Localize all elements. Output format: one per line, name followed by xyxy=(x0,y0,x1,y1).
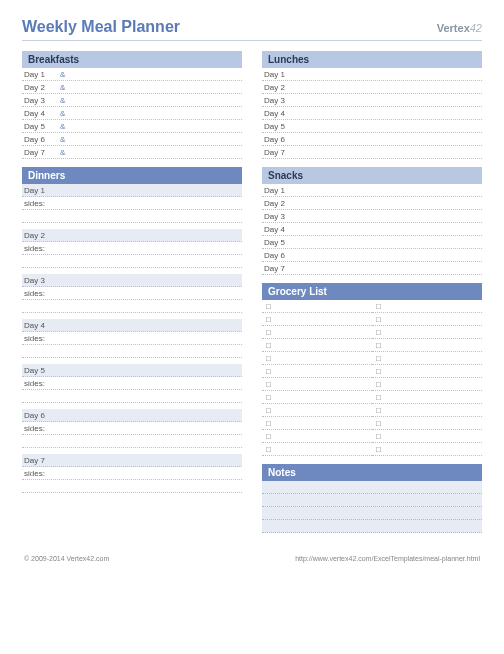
snack-row: Day 3 xyxy=(262,210,482,223)
snack-row: Day 5 xyxy=(262,236,482,249)
lunch-row: Day 1 xyxy=(262,68,482,81)
dinner-blank-row xyxy=(22,480,242,493)
dinner-group: Day 3 sides: xyxy=(22,274,242,313)
lunch-row: Day 3 xyxy=(262,94,482,107)
content-columns: Breakfasts Day 1& Day 2& Day 3& Day 4& D… xyxy=(22,51,482,541)
breakfast-row: Day 6& xyxy=(22,133,242,146)
dinner-day-row: Day 1 xyxy=(22,184,242,197)
dinner-day-row: Day 2 xyxy=(22,229,242,242)
grocery-row: □□ xyxy=(262,365,482,378)
checkbox-icon: □ xyxy=(262,352,372,365)
dinner-blank-row xyxy=(22,390,242,403)
dinner-blank-row xyxy=(22,345,242,358)
checkbox-icon: □ xyxy=(372,430,482,443)
lunch-row: Day 7 xyxy=(262,146,482,159)
amp-icon: & xyxy=(60,96,65,105)
grocery-row: □□ xyxy=(262,352,482,365)
checkbox-icon: □ xyxy=(372,326,482,339)
source-url: http://www.vertex42.com/ExcelTemplates/m… xyxy=(295,555,480,562)
checkbox-icon: □ xyxy=(372,391,482,404)
checkbox-icon: □ xyxy=(262,430,372,443)
breakfasts-section: Breakfasts Day 1& Day 2& Day 3& Day 4& D… xyxy=(22,51,242,159)
checkbox-icon: □ xyxy=(262,313,372,326)
amp-icon: & xyxy=(60,83,65,92)
grocery-row: □□ xyxy=(262,391,482,404)
checkbox-icon: □ xyxy=(372,417,482,430)
notes-line xyxy=(262,520,482,533)
notes-body xyxy=(262,481,482,533)
dinner-sides-row: sides: xyxy=(22,287,242,300)
amp-icon: & xyxy=(60,109,65,118)
dinner-group: Day 2 sides: xyxy=(22,229,242,268)
lunch-row: Day 2 xyxy=(262,81,482,94)
left-column: Breakfasts Day 1& Day 2& Day 3& Day 4& D… xyxy=(22,51,242,541)
checkbox-icon: □ xyxy=(262,404,372,417)
page-title: Weekly Meal Planner xyxy=(22,18,180,36)
breakfast-row: Day 7& xyxy=(22,146,242,159)
breakfasts-heading: Breakfasts xyxy=(22,51,242,68)
notes-line xyxy=(262,507,482,520)
checkbox-icon: □ xyxy=(372,339,482,352)
grocery-row: □□ xyxy=(262,326,482,339)
dinner-day-row: Day 4 xyxy=(22,319,242,332)
checkbox-icon: □ xyxy=(372,313,482,326)
notes-section: Notes xyxy=(262,464,482,533)
dinner-sides-row: sides: xyxy=(22,467,242,480)
grocery-row: □□ xyxy=(262,300,482,313)
dinner-day-row: Day 6 xyxy=(22,409,242,422)
grocery-row: □□ xyxy=(262,417,482,430)
amp-icon: & xyxy=(60,70,65,79)
snack-row: Day 7 xyxy=(262,262,482,275)
grocery-row: □□ xyxy=(262,443,482,456)
dinner-group: Day 6 sides: xyxy=(22,409,242,448)
breakfast-row: Day 3& xyxy=(22,94,242,107)
checkbox-icon: □ xyxy=(372,365,482,378)
dinner-group: Day 1 sides: xyxy=(22,184,242,223)
dinners-section: Dinners Day 1 sides: Day 2 sides: Day 3 … xyxy=(22,167,242,493)
snack-row: Day 4 xyxy=(262,223,482,236)
checkbox-icon: □ xyxy=(262,300,372,313)
snack-row: Day 6 xyxy=(262,249,482,262)
amp-icon: & xyxy=(60,135,65,144)
dinner-day-row: Day 5 xyxy=(22,364,242,377)
grocery-section: Grocery List □□ □□ □□ □□ □□ □□ □□ □□ □□ … xyxy=(262,283,482,456)
checkbox-icon: □ xyxy=(262,391,372,404)
checkbox-icon: □ xyxy=(262,365,372,378)
grocery-row: □□ xyxy=(262,313,482,326)
checkbox-icon: □ xyxy=(262,417,372,430)
dinner-sides-row: sides: xyxy=(22,422,242,435)
notes-heading: Notes xyxy=(262,464,482,481)
lunches-heading: Lunches xyxy=(262,51,482,68)
breakfast-row: Day 4& xyxy=(22,107,242,120)
dinner-sides-row: sides: xyxy=(22,377,242,390)
dinner-sides-row: sides: xyxy=(22,332,242,345)
amp-icon: & xyxy=(60,122,65,131)
checkbox-icon: □ xyxy=(372,378,482,391)
lunch-row: Day 6 xyxy=(262,133,482,146)
breakfast-row: Day 5& xyxy=(22,120,242,133)
dinner-blank-row xyxy=(22,435,242,448)
dinner-group: Day 5 sides: xyxy=(22,364,242,403)
footer: © 2009-2014 Vertex42.com http://www.vert… xyxy=(22,555,482,562)
snack-row: Day 1 xyxy=(262,184,482,197)
grocery-row: □□ xyxy=(262,430,482,443)
grocery-row: □□ xyxy=(262,404,482,417)
amp-icon: & xyxy=(60,148,65,157)
notes-line xyxy=(262,481,482,494)
dinner-blank-row xyxy=(22,210,242,223)
lunches-section: Lunches Day 1 Day 2 Day 3 Day 4 Day 5 Da… xyxy=(262,51,482,159)
grocery-row: □□ xyxy=(262,378,482,391)
dinner-blank-row xyxy=(22,255,242,268)
dinners-heading: Dinners xyxy=(22,167,242,184)
snacks-section: Snacks Day 1 Day 2 Day 3 Day 4 Day 5 Day… xyxy=(262,167,482,275)
header: Weekly Meal Planner Vertex42 xyxy=(22,18,482,41)
notes-line xyxy=(262,494,482,507)
checkbox-icon: □ xyxy=(372,300,482,313)
breakfast-row: Day 2& xyxy=(22,81,242,94)
checkbox-icon: □ xyxy=(262,339,372,352)
dinner-blank-row xyxy=(22,300,242,313)
dinner-day-row: Day 7 xyxy=(22,454,242,467)
lunch-row: Day 4 xyxy=(262,107,482,120)
snack-row: Day 2 xyxy=(262,197,482,210)
checkbox-icon: □ xyxy=(372,352,482,365)
